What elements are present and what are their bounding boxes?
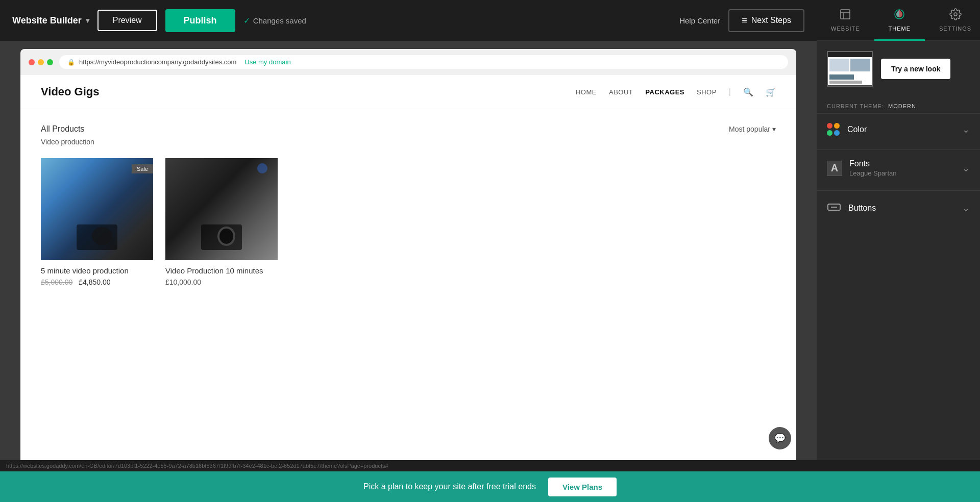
- cart-icon[interactable]: 🛒: [766, 87, 776, 97]
- brand-label: Website Builder: [12, 15, 82, 26]
- tab-theme[interactable]: THEME: [874, 0, 925, 41]
- color-section-left: Color: [827, 123, 867, 136]
- sort-label: Most popular: [729, 125, 770, 133]
- category-label: Video production: [41, 138, 776, 146]
- color-chevron-icon: ⌄: [962, 124, 970, 135]
- color-section-header[interactable]: Color ⌄: [817, 114, 980, 145]
- button-section-icon: [827, 200, 841, 216]
- product-card[interactable]: Sale 5 minute video production £5,000.00…: [41, 158, 153, 286]
- publish-button[interactable]: Publish: [165, 9, 235, 32]
- nav-about[interactable]: ABOUT: [609, 88, 633, 96]
- banner-text: Pick a plan to keep your site after free…: [363, 482, 536, 491]
- dot-yellow: [38, 59, 44, 65]
- help-center-link[interactable]: Help Center: [679, 16, 720, 25]
- status-url: https://websites.godaddy.com/en-GB/edito…: [6, 463, 388, 469]
- price-original: £5,000.00: [41, 278, 72, 286]
- next-steps-button[interactable]: ≡ Next Steps: [728, 9, 804, 32]
- font-icon: A: [827, 161, 842, 176]
- products-header: All Products Most popular ▾: [41, 124, 776, 134]
- price-regular: £10,000.00: [165, 278, 201, 286]
- main-toolbar: Website Builder ▾ Preview Publish ✓ Chan…: [0, 0, 817, 41]
- bottom-banner: Pick a plan to keep your site after free…: [0, 471, 980, 502]
- theme-preview-row: Try a new look: [827, 51, 970, 87]
- buttons-section: Buttons ⌄: [817, 190, 980, 225]
- product-image-wrap: [165, 158, 278, 260]
- changes-saved-label: Changes saved: [253, 16, 306, 25]
- view-plans-button[interactable]: View Plans: [548, 478, 617, 496]
- buttons-chevron-icon: ⌄: [962, 203, 970, 214]
- changes-saved-status: ✓ Changes saved: [243, 16, 306, 26]
- site-content: Video Gigs HOME ABOUT PACKAGES SHOP | 🔍 …: [20, 75, 796, 471]
- sort-chevron-icon: ▾: [772, 125, 776, 133]
- theme-thumbnail: [827, 51, 873, 87]
- all-products-title: All Products: [41, 124, 84, 134]
- fonts-text-group: Fonts League Spartan: [849, 159, 897, 177]
- products-area: All Products Most popular ▾ Video produc…: [20, 109, 796, 302]
- nav-shop[interactable]: SHOP: [697, 88, 717, 96]
- right-panel-tabs: WEBSITE THEME SETTINGS: [817, 0, 980, 41]
- right-panel: Try a new look CURRENT THEME: MODERN Col…: [817, 41, 980, 471]
- tab-website-label: WEBSITE: [831, 26, 860, 32]
- price-sale: £4,850.00: [79, 278, 110, 286]
- browser-dots: [29, 59, 53, 65]
- product-name: 5 minute video production: [41, 266, 153, 275]
- dot-red: [29, 59, 35, 65]
- buttons-section-title: Buttons: [848, 204, 876, 213]
- tab-settings[interactable]: SETTINGS: [925, 0, 980, 41]
- status-bar: https://websites.godaddy.com/en-GB/edito…: [0, 460, 980, 471]
- color-section: Color ⌄: [817, 113, 980, 145]
- sort-dropdown[interactable]: Most popular ▾: [729, 125, 776, 133]
- buttons-section-left: Buttons: [827, 200, 876, 216]
- checkmark-icon: ✓: [243, 16, 250, 26]
- tab-theme-label: THEME: [889, 26, 911, 32]
- nav-home[interactable]: HOME: [576, 88, 597, 96]
- sale-badge: Sale: [132, 164, 153, 173]
- products-grid: Sale 5 minute video production £5,000.00…: [41, 158, 776, 286]
- try-new-look-button[interactable]: Try a new look: [881, 59, 950, 79]
- site-logo: Video Gigs: [41, 85, 100, 98]
- current-theme-label: CURRENT THEME: MODERN: [817, 95, 980, 109]
- nav-packages[interactable]: PACKAGES: [645, 88, 684, 96]
- fonts-section: A Fonts League Spartan ⌄: [817, 149, 980, 186]
- next-steps-label: Next Steps: [751, 16, 791, 25]
- current-theme-name: MODERN: [888, 103, 916, 109]
- fonts-chevron-icon: ⌄: [962, 163, 970, 174]
- theme-preview-section: Try a new look: [817, 51, 980, 95]
- settings-icon: [949, 8, 962, 23]
- nav-divider: |: [729, 87, 731, 96]
- nav-links: HOME ABOUT PACKAGES SHOP | 🔍 🛒: [576, 87, 776, 97]
- lock-icon: 🔒: [67, 59, 75, 66]
- buttons-section-header[interactable]: Buttons ⌄: [817, 191, 980, 225]
- website-icon: [839, 8, 851, 23]
- site-nav: Video Gigs HOME ABOUT PACKAGES SHOP | 🔍 …: [20, 75, 796, 109]
- product-price: £5,000.00 £4,850.00: [41, 278, 153, 286]
- tab-settings-label: SETTINGS: [939, 26, 971, 32]
- tab-website[interactable]: WEBSITE: [817, 0, 874, 41]
- fonts-section-title: Fonts: [849, 159, 897, 168]
- current-theme-prefix: CURRENT THEME:: [827, 103, 884, 109]
- brand-logo[interactable]: Website Builder ▾: [12, 15, 89, 26]
- fonts-section-header[interactable]: A Fonts League Spartan ⌄: [817, 150, 980, 186]
- brand-chevron-icon: ▾: [86, 16, 89, 24]
- product-name: Video Production 10 minutes: [165, 266, 278, 275]
- main-layout: 🔒 https://myvideoproductioncompany.godad…: [0, 41, 980, 471]
- url-text: https://myvideoproductioncompany.godaddy…: [79, 58, 236, 66]
- preview-button[interactable]: Preview: [97, 10, 157, 31]
- product-price: £10,000.00: [165, 278, 278, 286]
- dot-green: [47, 59, 53, 65]
- next-steps-icon: ≡: [742, 15, 747, 26]
- use-domain-link[interactable]: Use my domain: [244, 58, 290, 66]
- chat-bubble[interactable]: 💬: [769, 427, 791, 449]
- svg-rect-0: [841, 10, 850, 19]
- fonts-section-left: A Fonts League Spartan: [827, 159, 897, 177]
- product-card[interactable]: Video Production 10 minutes £10,000.00: [165, 158, 278, 286]
- theme-icon: [893, 8, 905, 23]
- svg-point-4: [954, 13, 957, 16]
- color-section-title: Color: [847, 125, 867, 134]
- color-dots-icon: [827, 123, 840, 136]
- preview-area: 🔒 https://myvideoproductioncompany.godad…: [0, 41, 817, 471]
- product-image-wrap: Sale: [41, 158, 153, 260]
- search-icon[interactable]: 🔍: [743, 87, 753, 97]
- url-bar[interactable]: 🔒 https://myvideoproductioncompany.godad…: [59, 55, 788, 69]
- fonts-section-subtitle: League Spartan: [849, 169, 897, 177]
